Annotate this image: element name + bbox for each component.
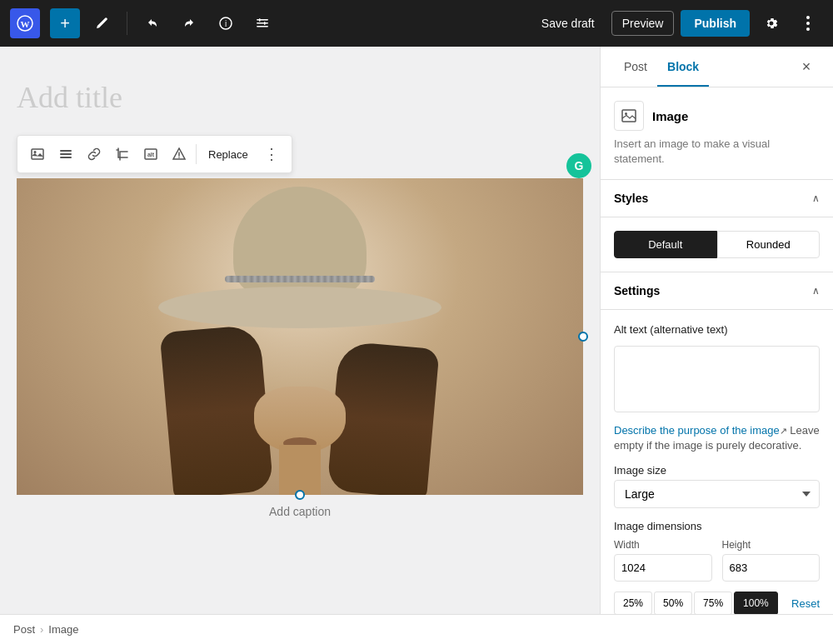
edit-mode-button[interactable] <box>87 8 117 38</box>
grammarly-badge: G <box>566 153 591 178</box>
image-size-label: Image size <box>614 464 820 477</box>
block-header: Image <box>614 101 820 131</box>
block-info-section: Image Insert an image to make a visual s… <box>601 87 833 180</box>
undo-button[interactable] <box>137 8 167 38</box>
replace-button[interactable]: Replace <box>200 145 257 164</box>
settings-section-header[interactable]: Settings ∧ <box>601 272 833 310</box>
styles-section-title: Styles <box>614 192 648 205</box>
image-block-toolbar: alt Replace ⋮ <box>17 135 292 173</box>
svg-rect-14 <box>60 150 72 152</box>
alt-text-button[interactable]: alt <box>137 141 164 167</box>
svg-rect-16 <box>60 157 72 158</box>
styles-section-header[interactable]: Styles ∧ <box>601 180 833 217</box>
svg-text:alt: alt <box>147 152 155 157</box>
image-size-row: Image size Thumbnail Medium Large Full S… <box>614 464 820 508</box>
breadcrumb-separator: › <box>40 623 43 636</box>
alt-text-input[interactable] <box>614 346 820 412</box>
svg-rect-6 <box>257 26 268 27</box>
toolbar-separator-1 <box>127 12 127 35</box>
svg-text:i: i <box>225 19 227 28</box>
right-panel: Post Block × Image Insert an image to ma… <box>600 47 833 614</box>
tools-button[interactable] <box>247 8 277 38</box>
svg-rect-15 <box>60 153 72 155</box>
publish-button[interactable]: Publish <box>681 10 750 37</box>
pct-25-button[interactable]: 25% <box>614 592 652 614</box>
main-layout: Add title <box>0 47 833 614</box>
save-draft-button[interactable]: Save draft <box>531 12 605 35</box>
svg-text:W: W <box>21 19 30 29</box>
svg-point-22 <box>625 112 627 115</box>
align-button[interactable] <box>52 141 79 167</box>
width-input[interactable] <box>614 554 712 582</box>
svg-point-9 <box>806 16 810 19</box>
height-input[interactable] <box>722 554 821 582</box>
redo-button[interactable] <box>174 8 204 38</box>
svg-point-13 <box>34 151 37 153</box>
breadcrumb-current: Image <box>48 623 78 636</box>
svg-rect-12 <box>32 149 43 159</box>
settings-button[interactable] <box>756 8 786 38</box>
add-block-button[interactable]: + <box>50 8 80 38</box>
settings-section-body: Alt text (alternative text) Describe the… <box>601 310 833 614</box>
editor-area: Add title <box>0 47 600 614</box>
crop-button[interactable] <box>109 141 136 167</box>
height-field: Height <box>722 539 821 582</box>
top-bar-right: Save draft Preview Publish <box>531 8 823 38</box>
toolbar-separator <box>196 144 197 164</box>
svg-point-20 <box>178 157 180 158</box>
svg-point-11 <box>806 27 810 31</box>
panel-tabs: Post Block × <box>601 47 833 87</box>
details-button[interactable]: i <box>211 8 241 38</box>
style-buttons: Default Rounded <box>614 231 820 258</box>
breadcrumb-bar: Post › Image <box>0 614 833 644</box>
pct-75-button[interactable]: 75% <box>694 592 732 614</box>
editor-content: Add title <box>17 80 583 525</box>
image-container: G <box>17 178 583 495</box>
resize-handle-bottom[interactable] <box>295 490 305 500</box>
photo-scene <box>17 178 583 495</box>
image-size-select[interactable]: Thumbnail Medium Large Full Size <box>614 480 820 508</box>
dimensions-label: Image dimensions <box>614 520 820 532</box>
image-icon-button[interactable] <box>24 141 51 167</box>
reset-button[interactable]: Reset <box>791 597 820 610</box>
width-field: Width <box>614 539 712 582</box>
styles-section-body: Default Rounded <box>601 217 833 272</box>
external-link-icon: ↗ <box>780 426 787 436</box>
svg-rect-8 <box>264 22 266 25</box>
styles-chevron-icon: ∧ <box>812 192 820 204</box>
dimensions-row: Width Height <box>614 539 820 582</box>
pct-50-button[interactable]: 50% <box>654 592 692 614</box>
tab-post[interactable]: Post <box>614 47 657 87</box>
svg-point-10 <box>806 22 810 25</box>
settings-section-title: Settings <box>614 284 660 297</box>
describe-row: Describe the purpose of the image↗ Leave… <box>614 422 820 452</box>
post-title[interactable]: Add title <box>17 80 583 115</box>
pct-100-button[interactable]: 100% <box>734 592 778 614</box>
wordpress-logo[interactable]: W <box>10 8 40 38</box>
hat-chain <box>225 276 375 282</box>
face-area <box>183 312 416 495</box>
settings-chevron-icon: ∧ <box>812 285 820 297</box>
block-title: Image <box>652 109 688 123</box>
percent-buttons: 25% 50% 75% 100% Reset <box>614 592 820 614</box>
more-options-button[interactable]: ⋮ <box>258 141 285 167</box>
warning-button[interactable] <box>166 141 192 167</box>
link-button[interactable] <box>81 141 107 167</box>
svg-rect-21 <box>622 110 636 122</box>
neck <box>279 445 321 495</box>
block-icon <box>614 101 644 131</box>
style-rounded-button[interactable]: Rounded <box>717 231 821 258</box>
breadcrumb-post[interactable]: Post <box>13 623 35 636</box>
image-caption[interactable] <box>17 498 583 525</box>
preview-button[interactable]: Preview <box>611 11 675 36</box>
dimensions-section: Image dimensions Width Height 25% 50% 75… <box>614 520 820 614</box>
resize-handle-right[interactable] <box>578 332 588 342</box>
hat <box>158 178 441 328</box>
width-label: Width <box>614 539 712 551</box>
tab-block[interactable]: Block <box>657 47 709 87</box>
panel-close-button[interactable]: × <box>793 53 820 80</box>
describe-link[interactable]: Describe the purpose of the image <box>614 424 780 437</box>
style-default-button[interactable]: Default <box>614 231 717 258</box>
height-label: Height <box>722 539 821 551</box>
options-button[interactable] <box>793 8 823 38</box>
